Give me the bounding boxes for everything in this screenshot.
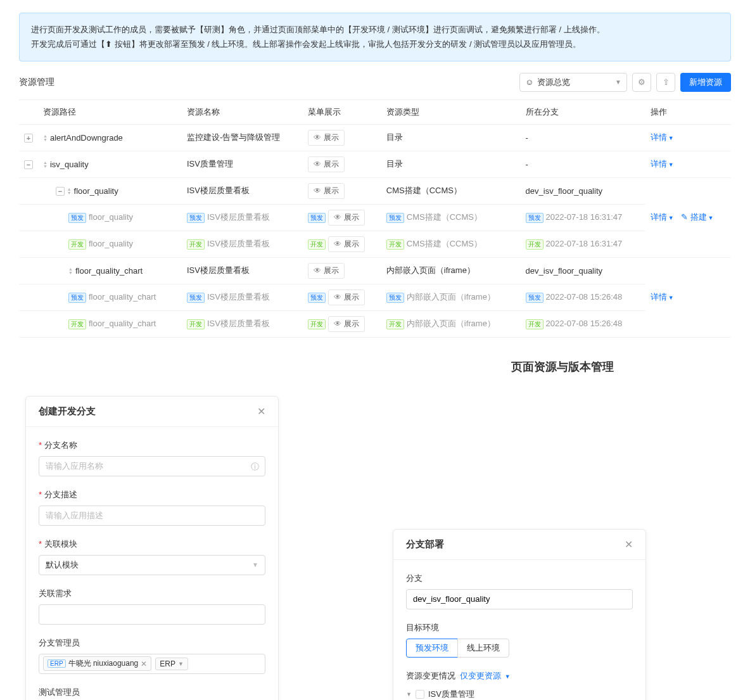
- overview-label: 资源总览: [537, 77, 570, 88]
- table-row: 开发floor_quality 开发ISV楼层质量看板 开发👁展示 开发CMS搭…: [19, 231, 731, 257]
- badge-pre: 预发: [308, 293, 326, 303]
- badge-pre: 预发: [187, 293, 205, 303]
- badge-dev: 开发: [386, 319, 404, 329]
- cell-type: CMS搭建（CCMS）: [381, 177, 521, 204]
- eye-icon: 👁: [314, 266, 321, 275]
- cell-path: alertAndDowngrade: [50, 133, 123, 143]
- badge-dev: 开发: [308, 319, 326, 329]
- sort-icon[interactable]: ▲▼: [68, 267, 73, 275]
- cell-name: ISV楼层质量看板: [182, 177, 303, 204]
- deploy-dialog: 分支部署 ✕ 分支 目标环境 预发环境 线上环境 资源变更情况 仅变更: [393, 529, 646, 700]
- env-pre-option[interactable]: 预发环境: [406, 639, 458, 658]
- env-radio-group: 预发环境 线上环境: [406, 639, 633, 658]
- table-row: ▲▼floor_quality_chart ISV楼层质量看板 👁展示 内部嵌入…: [19, 257, 731, 284]
- overview-select[interactable]: ☺ 资源总览 ▼: [519, 73, 627, 92]
- collapse-icon[interactable]: −: [24, 160, 33, 169]
- sort-icon[interactable]: ▲▼: [67, 188, 72, 195]
- expand-icon[interactable]: +: [24, 134, 33, 143]
- changes-label: 资源变更情况: [406, 671, 455, 680]
- cell-path: floor_quality_chart: [89, 292, 156, 302]
- menu-show-pill[interactable]: 👁展示: [328, 290, 365, 305]
- eye-icon: 👁: [314, 160, 321, 169]
- table-row: 开发floor_quality_chart 开发ISV楼层质量看板 开发👁展示 …: [19, 310, 731, 337]
- eye-icon: 👁: [334, 319, 341, 328]
- detail-link[interactable]: 详情▼: [651, 159, 674, 169]
- demand-input[interactable]: [39, 604, 265, 625]
- cell-branch: -: [521, 124, 645, 151]
- cell-name: ISV质量管理: [182, 151, 303, 177]
- branch-desc-input[interactable]: [39, 506, 265, 526]
- col-menu: 菜单展示: [303, 99, 381, 124]
- col-action: 操作: [645, 99, 731, 124]
- detail-link[interactable]: 详情▼: [651, 212, 674, 222]
- cell-branch: 2022-07-08 15:26:48: [546, 319, 623, 328]
- badge-pre: 预发: [68, 293, 86, 303]
- tree-checkbox[interactable]: [416, 690, 424, 699]
- cell-branch: -: [521, 151, 645, 177]
- settings-button[interactable]: ⚙: [632, 73, 651, 92]
- resource-tree: ▼ ISV质量管理 ▼ ✓ 📁 ISV楼层质量看板 ✓ 📁: [406, 687, 633, 700]
- cell-branch: dev_isv_floor_quality: [521, 177, 645, 204]
- admin-tag[interactable]: ERP牛晓光 niuxiaoguang✕: [43, 656, 151, 671]
- chevron-down-icon: ▼: [178, 661, 184, 667]
- add-resource-button[interactable]: 新增资源: [680, 73, 731, 92]
- cell-branch: 2022-07-18 16:31:47: [546, 212, 623, 222]
- cell-branch: 2022-07-08 15:26:48: [546, 292, 623, 302]
- chevron-down-icon: ▼: [252, 561, 258, 568]
- cell-name: ISV楼层质量看板: [182, 257, 303, 284]
- eye-icon: 👁: [314, 133, 321, 142]
- module-label: 关联模块: [39, 538, 265, 550]
- col-branch: 所在分支: [521, 99, 645, 124]
- table-row: − ▲▼floor_quality ISV楼层质量看板 👁展示 CMS搭建（CC…: [19, 177, 731, 204]
- dialog-title: 分支部署: [406, 538, 444, 550]
- tester-label: 测试管理员: [39, 687, 265, 698]
- changes-only-link[interactable]: 仅变更资源 ▼: [460, 671, 511, 680]
- table-row: 预发floor_quality_chart 预发ISV楼层质量看板 预发👁展示 …: [19, 284, 731, 310]
- menu-show-pill[interactable]: 👁展示: [308, 263, 345, 279]
- menu-show-pill[interactable]: 👁展示: [328, 236, 365, 252]
- close-icon[interactable]: ✕: [257, 405, 265, 417]
- close-icon[interactable]: ✕: [625, 538, 633, 550]
- menu-show-pill[interactable]: 👁展示: [308, 130, 345, 146]
- eye-icon: 👁: [334, 239, 341, 248]
- cell-type: 内部嵌入页面（iframe）: [407, 319, 495, 328]
- badge-dev: 开发: [68, 239, 86, 250]
- menu-show-pill[interactable]: 👁展示: [328, 316, 365, 332]
- env-label: 目标环境: [406, 622, 633, 633]
- cell-path: floor_quality: [89, 239, 133, 248]
- sort-icon[interactable]: ▲▼: [43, 161, 48, 169]
- remove-tag-icon[interactable]: ✕: [141, 659, 147, 668]
- gear-icon: ⚙: [638, 77, 645, 87]
- table-row: 预发floor_quality 预发ISV楼层质量看板 预发👁展示 预发CMS搭…: [19, 204, 731, 231]
- menu-show-pill[interactable]: 👁展示: [308, 183, 345, 199]
- eye-icon: 👁: [334, 213, 341, 222]
- branch-name-input[interactable]: [39, 456, 265, 476]
- detail-link[interactable]: 详情▼: [651, 292, 674, 302]
- tree-node: ISV质量管理: [428, 689, 474, 700]
- menu-show-pill[interactable]: 👁展示: [328, 210, 365, 226]
- menu-show-pill[interactable]: 👁展示: [308, 156, 345, 172]
- eye-icon: 👁: [314, 186, 321, 195]
- module-select[interactable]: 默认模块 ▼: [39, 555, 265, 575]
- detail-link[interactable]: 详情▼: [651, 132, 674, 142]
- cell-type: CMS搭建（CCMS）: [407, 239, 482, 248]
- info-line-2: 开发完成后可通过【⬆ 按钮】将更改部署至预发 / 线上环境。线上部署操作会发起上…: [31, 37, 719, 51]
- info-banner: 进行页面开发及测试工作的成员，需要被赋予【研测】角色，并通过页面顶部菜单中的【开…: [19, 13, 731, 61]
- admin-label: 分支管理员: [39, 637, 265, 649]
- badge-pre: 预发: [308, 213, 326, 223]
- badge-dev: 开发: [526, 239, 543, 250]
- cell-name: ISV楼层质量看板: [207, 239, 270, 248]
- cell-path: isv_quality: [50, 160, 89, 169]
- build-link[interactable]: ✎搭建▼: [681, 212, 714, 222]
- env-prod-option[interactable]: 线上环境: [457, 639, 509, 658]
- badge-pre: 预发: [187, 213, 205, 223]
- badge-pre: 预发: [526, 213, 543, 223]
- badge-dev: 开发: [308, 239, 326, 250]
- collapse-icon[interactable]: −: [56, 187, 65, 196]
- deploy-button[interactable]: ⇧: [656, 73, 675, 92]
- erp-tag[interactable]: ERP▼: [155, 658, 188, 670]
- tree-toggle-icon[interactable]: ▼: [406, 691, 412, 697]
- sort-icon[interactable]: ▲▼: [43, 134, 48, 142]
- branch-input[interactable]: [406, 589, 633, 609]
- rocket-icon: ⇧: [663, 77, 670, 87]
